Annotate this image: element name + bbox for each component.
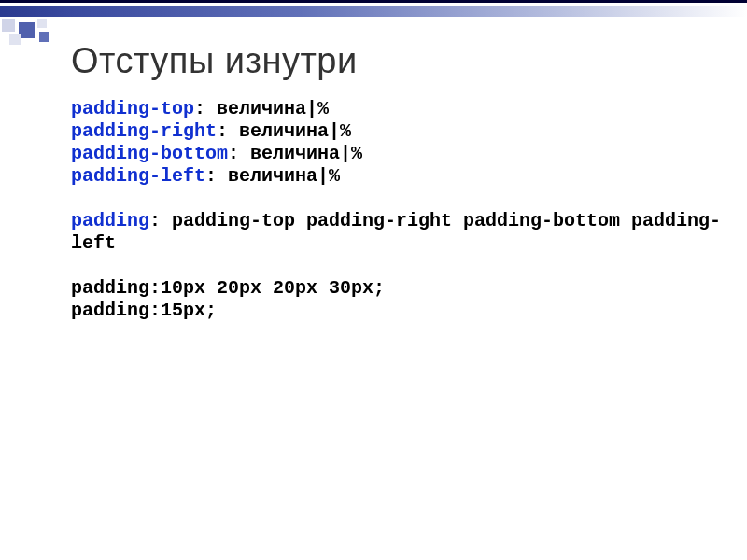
code-line: padding-bottom: величина|% <box>71 143 728 165</box>
code-line: padding-right: величина|% <box>71 120 728 143</box>
css-property: padding-top <box>71 98 194 119</box>
square-decoration <box>2 19 15 32</box>
square-decoration <box>19 22 35 38</box>
code-line: padding: padding-top padding-right paddi… <box>71 210 728 255</box>
top-border-line <box>0 0 747 3</box>
square-decoration <box>39 32 49 42</box>
code-line: padding:15px; <box>71 300 728 322</box>
css-property: padding-left <box>71 165 205 187</box>
code-line: padding:10px 20px 20px 30px; <box>71 277 728 300</box>
code-text: : величина|% <box>205 165 340 187</box>
square-decoration <box>37 19 47 28</box>
css-property: padding-bottom <box>71 143 228 164</box>
code-line: padding-top: величина|% <box>71 98 728 120</box>
css-property: padding-right <box>71 120 217 142</box>
page-title: Отступы изнутри <box>71 41 728 81</box>
square-decoration <box>9 34 21 45</box>
top-gradient-stripe <box>0 6 747 17</box>
code-text: : величина|% <box>217 120 351 142</box>
blank-line <box>71 188 728 210</box>
slide-content: Отступы изнутри padding-top: величина|% … <box>71 41 728 322</box>
code-text: : величина|% <box>228 143 362 164</box>
blank-line <box>71 255 728 277</box>
code-text: : padding-top padding-right padding-bott… <box>71 210 721 254</box>
code-block: padding-top: величина|% padding-right: в… <box>71 98 728 322</box>
code-line: padding-left: величина|% <box>71 165 728 188</box>
code-text: : величина|% <box>194 98 329 119</box>
css-property: padding <box>71 210 149 231</box>
